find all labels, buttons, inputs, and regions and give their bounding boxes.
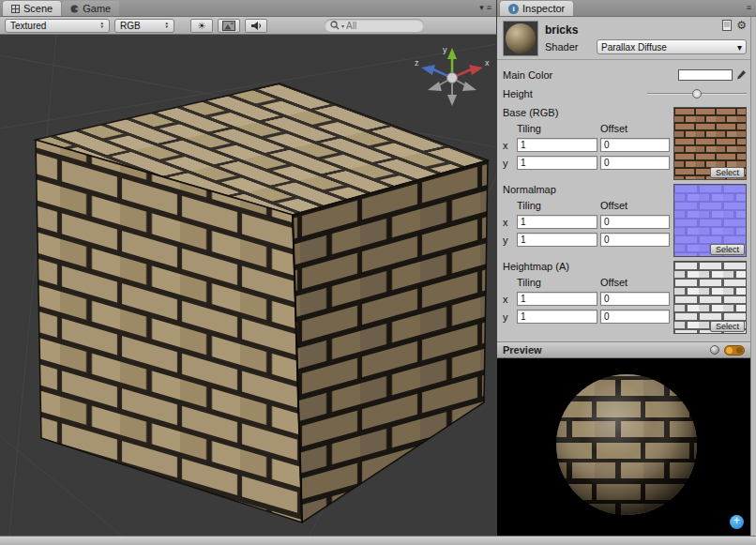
base-tiling-x-input[interactable] bbox=[517, 138, 597, 152]
material-properties: Main Color Height bbox=[497, 60, 750, 341]
inspector-tabstrip: i Inspector ≡ bbox=[497, 0, 756, 17]
main-color-label: Main Color bbox=[503, 69, 552, 81]
unity-editor-window: Scene Game ▾ ≡ Textured ▲▼ RGB ▲▼ ☀ bbox=[0, 0, 756, 545]
offset-header: Offset bbox=[600, 200, 670, 211]
brick-cube[interactable] bbox=[36, 83, 488, 522]
tab-game-label: Game bbox=[83, 3, 111, 14]
inspector-scrollbar[interactable] bbox=[750, 17, 756, 536]
normal-tiling-x-input[interactable] bbox=[517, 215, 597, 229]
tab-scene[interactable]: Scene bbox=[3, 1, 61, 16]
normalmap-select-button[interactable]: Select bbox=[710, 244, 745, 255]
y-axis-label: y bbox=[503, 235, 514, 246]
tab-scene-label: Scene bbox=[23, 3, 53, 14]
base-offset-x-input[interactable] bbox=[600, 138, 670, 152]
height-slider[interactable] bbox=[647, 87, 747, 100]
height-label: Height bbox=[503, 88, 533, 99]
preview-label: Preview bbox=[503, 344, 542, 356]
gear-icon[interactable]: ⚙ bbox=[736, 20, 747, 31]
offset-header: Offset bbox=[600, 277, 670, 288]
neg-x-cone[interactable] bbox=[462, 82, 476, 91]
y-axis-label: y bbox=[503, 311, 514, 323]
heightmap-texture-thumbnail[interactable]: Select bbox=[673, 261, 747, 334]
inspector-pane-menu[interactable]: ≡ bbox=[747, 3, 753, 16]
skybox-toggle[interactable] bbox=[218, 19, 240, 33]
eyedropper-icon[interactable] bbox=[735, 69, 747, 81]
axis-z-cone[interactable] bbox=[421, 65, 435, 75]
normal-offset-y-input[interactable] bbox=[600, 233, 670, 247]
tab-game[interactable]: Game bbox=[62, 1, 119, 16]
scene-viewport[interactable]: y x z bbox=[0, 35, 496, 536]
tiling-header: Tiling bbox=[517, 123, 597, 134]
neg-y-cone[interactable] bbox=[447, 95, 457, 106]
preview-lighting-toggle[interactable] bbox=[724, 345, 745, 356]
pane-menu-icon: ≡ bbox=[747, 3, 751, 12]
scene-grid-icon bbox=[11, 5, 20, 13]
heightmap-tiling-x-input[interactable] bbox=[517, 292, 597, 306]
add-button[interactable]: + bbox=[730, 515, 744, 529]
axis-y-cone[interactable] bbox=[447, 48, 457, 59]
orientation-gizmo[interactable]: y x z bbox=[412, 40, 492, 117]
lighting-toggle[interactable]: ☀ bbox=[190, 19, 213, 33]
status-bar bbox=[0, 536, 756, 545]
heightmap-offset-x-input[interactable] bbox=[600, 292, 670, 306]
x-axis-label: x bbox=[503, 217, 514, 228]
pane-menu-icon: ≡ bbox=[487, 3, 491, 12]
tab-inspector[interactable]: i Inspector bbox=[500, 1, 573, 16]
section-title: Base (RGB) bbox=[503, 107, 673, 122]
main-color-row: Main Color bbox=[503, 66, 747, 84]
normal-tiling-y-input[interactable] bbox=[517, 233, 597, 247]
shader-value: Parallax Diffuse bbox=[601, 42, 667, 53]
channel-dropdown[interactable]: RGB ▲▼ bbox=[114, 19, 174, 33]
base-tiling-y-input[interactable] bbox=[517, 156, 597, 170]
tiling-header: Tiling bbox=[517, 200, 597, 211]
search-filter-arrow-icon[interactable]: ▾ bbox=[341, 23, 344, 29]
preview-sphere-icon[interactable] bbox=[710, 345, 719, 355]
heightmap-tiling-y-input[interactable] bbox=[517, 310, 597, 324]
help-doc-icon[interactable] bbox=[722, 20, 732, 31]
heightmap-select-button[interactable]: Select bbox=[710, 321, 745, 332]
info-icon: i bbox=[508, 4, 519, 14]
preview-panel: Preview bbox=[497, 341, 750, 536]
texture-section-normalmap: Normalmap Tiling Offset x y bbox=[503, 184, 747, 257]
gizmo-center[interactable] bbox=[447, 73, 458, 83]
x-axis-label: x bbox=[503, 140, 514, 151]
inspector-pane: i Inspector ≡ bricks Shader bbox=[497, 0, 756, 536]
base-offset-y-input[interactable] bbox=[600, 156, 670, 170]
search-input[interactable] bbox=[346, 21, 418, 31]
y-axis-label: y bbox=[503, 158, 514, 169]
main-color-swatch[interactable] bbox=[678, 69, 733, 81]
texture-section-base: Base (RGB) Tiling Offset x y bbox=[503, 107, 747, 180]
normal-offset-x-input[interactable] bbox=[600, 215, 670, 229]
preview-header[interactable]: Preview bbox=[497, 341, 750, 358]
sun-icon: ☀ bbox=[198, 21, 206, 31]
preview-sphere-render[interactable] bbox=[497, 358, 750, 532]
material-name: bricks bbox=[545, 23, 747, 37]
scene-toolbar: Textured ▲▼ RGB ▲▼ ☀ ▾ bbox=[0, 17, 496, 35]
axis-x-cone[interactable] bbox=[469, 65, 483, 75]
render-mode-dropdown[interactable]: Textured ▲▼ bbox=[5, 19, 110, 33]
shader-label: Shader bbox=[545, 41, 578, 53]
scene-pane: Scene Game ▾ ≡ Textured ▲▼ RGB ▲▼ ☀ bbox=[0, 0, 497, 536]
axis-gizmo-svg[interactable]: y x z bbox=[412, 40, 492, 114]
normalmap-texture-thumbnail[interactable]: Select bbox=[673, 184, 747, 257]
image-icon bbox=[222, 21, 235, 31]
scene-search-field[interactable]: ▾ bbox=[325, 19, 424, 32]
shader-dropdown[interactable]: Parallax Diffuse ▾ bbox=[597, 39, 747, 54]
toggle-dot-off bbox=[736, 347, 743, 354]
scene-pane-menu[interactable]: ▾ ≡ bbox=[479, 3, 493, 16]
audio-toggle[interactable] bbox=[245, 19, 267, 33]
search-icon bbox=[330, 21, 340, 30]
base-select-button[interactable]: Select bbox=[710, 167, 745, 178]
heightmap-offset-y-input[interactable] bbox=[600, 310, 670, 324]
material-preview-icon bbox=[503, 21, 538, 56]
neg-z-cone[interactable] bbox=[428, 82, 442, 91]
height-row: Height bbox=[503, 84, 747, 103]
base-texture-thumbnail[interactable]: Select bbox=[673, 107, 747, 180]
speaker-icon bbox=[250, 21, 263, 31]
render-mode-value: Textured bbox=[10, 21, 46, 31]
popup-arrows-icon: ▲▼ bbox=[165, 22, 169, 29]
material-preview-area[interactable]: + bbox=[497, 358, 750, 536]
scene-tabstrip: Scene Game ▾ ≡ bbox=[0, 0, 496, 17]
slider-handle[interactable] bbox=[692, 89, 702, 98]
axis-z-label: z bbox=[415, 58, 419, 68]
